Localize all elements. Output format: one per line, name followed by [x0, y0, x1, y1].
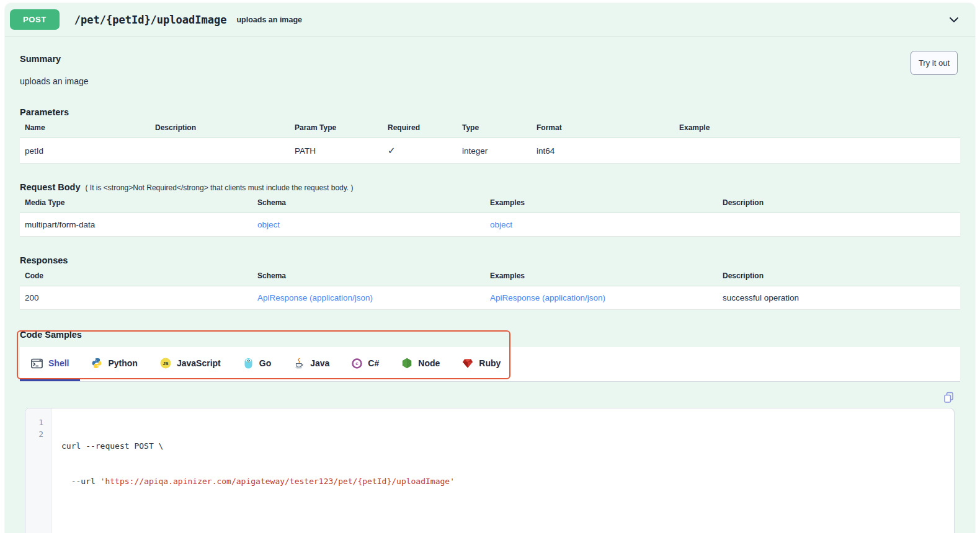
terminal-icon: [31, 358, 43, 369]
parameter-row: petId PATH ✓ integer int64: [20, 138, 960, 164]
col-format: Format: [537, 123, 679, 132]
tab-java[interactable]: Java: [282, 347, 341, 381]
col-description: Description: [723, 271, 955, 280]
response-row: 200 ApiResponse (application/json) ApiRe…: [20, 286, 960, 310]
tab-label: C#: [368, 358, 379, 368]
col-param-type: Param Type: [295, 123, 388, 132]
request-body-title: Request Body ( It is <strong>Not Require…: [20, 182, 960, 192]
svg-text:c: c: [356, 361, 359, 366]
svg-text:JS: JS: [163, 361, 168, 366]
tab-label: JavaScript: [177, 358, 221, 368]
tab-label: Ruby: [479, 358, 501, 368]
tab-csharp[interactable]: c C#: [341, 347, 390, 381]
col-examples: Examples: [490, 271, 723, 280]
col-description: Description: [155, 123, 295, 132]
python-icon: [91, 358, 102, 369]
tab-shell[interactable]: Shell: [20, 347, 80, 381]
response-code: 200: [25, 293, 257, 302]
code-block: 1 2 curl --request POST \ --url 'https:/…: [25, 408, 955, 533]
try-it-out-button[interactable]: Try it out: [911, 51, 958, 75]
response-schema-link[interactable]: ApiResponse (application/json): [257, 293, 373, 302]
col-schema: Schema: [257, 271, 490, 280]
summary-section: Summary uploads an image Try it out: [20, 37, 960, 86]
param-name: petId: [25, 146, 155, 156]
method-badge: POST: [10, 9, 60, 30]
col-code: Code: [25, 271, 257, 280]
request-body-header-row: Media Type Schema Examples Description: [20, 192, 960, 213]
code-line: curl --request POST \: [61, 440, 944, 452]
endpoint-card: POST /pet/{petId}/uploadImage uploads an…: [5, 3, 975, 533]
request-body-note: ( It is <strong>Not Required</strong> th…: [86, 183, 354, 192]
responses-title: Responses: [20, 255, 960, 265]
endpoint-summary: uploads an image: [236, 15, 302, 24]
code-line: --url 'https://apiqa.apinizer.com/apigat…: [61, 475, 944, 487]
tab-label: Shell: [48, 358, 69, 368]
col-example: Example: [679, 123, 955, 132]
endpoint-header[interactable]: POST /pet/{petId}/uploadImage uploads an…: [5, 3, 975, 37]
javascript-icon: JS: [160, 358, 171, 369]
tab-label: Java: [310, 358, 329, 368]
chevron-down-icon[interactable]: [948, 14, 960, 26]
tab-javascript[interactable]: JS JavaScript: [149, 347, 232, 381]
col-type: Type: [462, 123, 537, 132]
col-name: Name: [25, 123, 155, 132]
parameters-header-row: Name Description Param Type Required Typ…: [20, 117, 960, 138]
summary-text: uploads an image: [20, 76, 960, 86]
go-icon: [243, 358, 254, 369]
request-body-row: multipart/form-data object object: [20, 213, 960, 237]
node-icon: [401, 358, 412, 369]
schema-link[interactable]: object: [257, 220, 280, 229]
copy-icon[interactable]: [943, 392, 954, 403]
line-number: 2: [25, 428, 43, 440]
tab-label: Go: [259, 358, 271, 368]
parameters-title: Parameters: [20, 107, 960, 117]
ruby-icon: [462, 358, 473, 369]
examples-link[interactable]: object: [490, 220, 512, 229]
col-schema: Schema: [257, 198, 490, 207]
code-samples-title: Code Samples: [20, 330, 960, 340]
tab-python[interactable]: Python: [80, 347, 148, 381]
response-description: successful operation: [723, 293, 955, 302]
responses-header-row: Code Schema Examples Description: [20, 265, 960, 286]
tab-ruby[interactable]: Ruby: [451, 347, 512, 381]
endpoint-path: /pet/{petId}/uploadImage: [74, 14, 227, 26]
col-media-type: Media Type: [25, 198, 257, 207]
line-number-gutter: 1 2: [25, 408, 51, 533]
tab-go[interactable]: Go: [232, 347, 282, 381]
param-type-cell: PATH: [295, 146, 388, 156]
response-examples-link[interactable]: ApiResponse (application/json): [490, 293, 605, 302]
check-icon: ✓: [388, 145, 462, 156]
col-examples: Examples: [490, 198, 723, 207]
summary-title: Summary: [20, 54, 960, 64]
line-number: 1: [25, 416, 43, 428]
java-icon: [293, 358, 305, 369]
col-required: Required: [388, 123, 462, 132]
language-tabs: Shell Python JS JavaScript Go: [20, 347, 960, 382]
col-description: Description: [723, 198, 955, 207]
tab-node[interactable]: Node: [390, 347, 451, 381]
csharp-icon: c: [352, 358, 362, 369]
param-data-type: integer: [462, 146, 537, 156]
tab-label: Node: [418, 358, 440, 368]
media-type-cell: multipart/form-data: [25, 220, 257, 229]
tab-label: Python: [108, 358, 137, 368]
code-content: curl --request POST \ --url 'https://api…: [51, 408, 954, 533]
param-format: int64: [537, 146, 679, 156]
